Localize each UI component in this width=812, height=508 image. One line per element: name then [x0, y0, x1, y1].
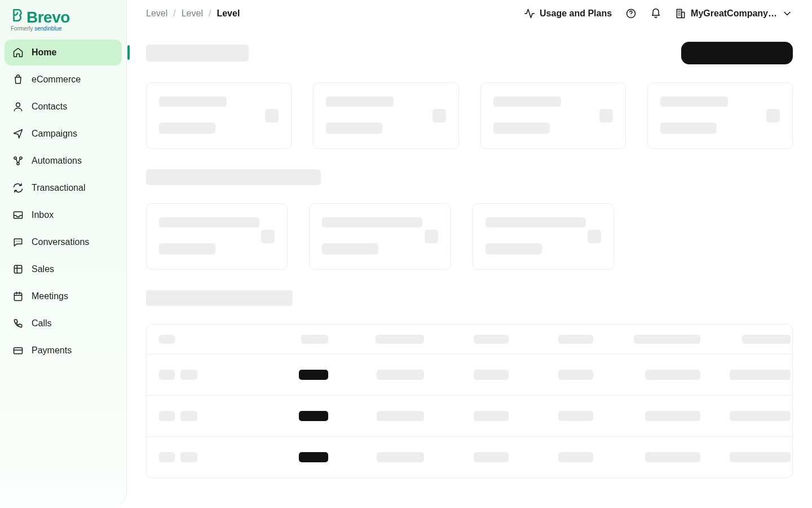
- company-picker[interactable]: MyGreatCompany…: [675, 8, 793, 19]
- main-area: Level/Level/Level Usage and Plans MyGrea…: [127, 0, 812, 508]
- skeleton-line: [322, 243, 378, 255]
- sidebar-item-home[interactable]: Home: [5, 40, 122, 65]
- brand-name: Brevo: [27, 8, 70, 27]
- skeleton-square: [425, 230, 438, 243]
- stat-card: [146, 82, 292, 149]
- skeleton-line: [159, 217, 259, 227]
- table-header-cell: [430, 335, 509, 344]
- brand-mark-icon: [10, 8, 25, 23]
- nodes-icon: [12, 155, 24, 167]
- table-cell: [334, 452, 424, 462]
- table-cell: [706, 370, 791, 380]
- sidebar-item-inbox[interactable]: Inbox: [5, 202, 122, 228]
- stat-card: [473, 203, 614, 270]
- user-icon: [12, 101, 24, 112]
- stat-card: [313, 82, 458, 149]
- sidebar-item-automations[interactable]: Automations: [5, 148, 122, 174]
- table-row: [147, 437, 792, 478]
- sidebar-item-label: Conversations: [32, 237, 89, 247]
- sidebar-item-label: Calls: [32, 318, 52, 329]
- page-content: [127, 25, 812, 508]
- table-cell: [599, 452, 700, 462]
- table-cell: [706, 452, 791, 462]
- breadcrumb: Level/Level/Level: [146, 8, 240, 19]
- table-cell: [334, 411, 424, 421]
- breadcrumb-item[interactable]: Level: [182, 8, 203, 19]
- stat-card: [309, 203, 451, 270]
- topbar: Level/Level/Level Usage and Plans MyGrea…: [127, 0, 812, 25]
- sidebar-item-label: Meetings: [32, 291, 68, 301]
- table-header-cell: [706, 335, 791, 344]
- sidebar: Brevo Formerly sendinblue HomeeCommerceC…: [0, 0, 127, 508]
- table-cell: [514, 411, 593, 421]
- usage-and-plans-link[interactable]: Usage and Plans: [524, 8, 612, 19]
- bell-icon[interactable]: [650, 8, 661, 19]
- table-header-cell: [599, 335, 700, 344]
- table-cell: [238, 411, 328, 421]
- sidebar-item-sales[interactable]: Sales: [5, 256, 122, 282]
- table-cell: [159, 370, 232, 380]
- sidebar-item-ecommerce[interactable]: eCommerce: [5, 67, 122, 93]
- sidebar-item-contacts[interactable]: Contacts: [5, 94, 122, 120]
- chevron-down-icon: [782, 8, 793, 19]
- skeleton-line: [322, 217, 422, 227]
- skeleton-heading: [146, 45, 249, 62]
- skeleton-heading: [146, 169, 321, 185]
- home-icon: [12, 47, 24, 58]
- sidebar-item-calls[interactable]: Calls: [5, 310, 122, 336]
- stat-card: [480, 82, 626, 149]
- skeleton-line: [660, 97, 728, 107]
- stat-cards-row-1: [146, 82, 793, 149]
- sidebar-item-label: Transactional: [32, 183, 85, 193]
- sidebar-item-conversations[interactable]: Conversations: [5, 229, 122, 255]
- skeleton-line: [486, 243, 542, 255]
- sidebar-item-label: Payments: [32, 345, 72, 356]
- skeleton-line: [660, 122, 717, 134]
- table-cell: [599, 411, 700, 421]
- sidebar-item-meetings[interactable]: Meetings: [5, 283, 122, 309]
- skeleton-line: [486, 217, 586, 227]
- table-cell: [238, 370, 328, 380]
- sidebar-item-transactional[interactable]: Transactional: [5, 175, 122, 201]
- skeleton-line: [159, 122, 215, 134]
- table-cell: [599, 370, 700, 380]
- skeleton-square: [588, 230, 601, 243]
- skeleton-primary-button[interactable]: [681, 42, 793, 64]
- phone-icon: [12, 318, 24, 329]
- building-icon: [675, 8, 686, 19]
- skeleton-square: [599, 109, 613, 122]
- table-cell: [514, 370, 593, 380]
- grid-icon: [12, 264, 24, 275]
- send-icon: [12, 128, 24, 139]
- stat-card: [146, 203, 288, 270]
- skeleton-line: [159, 97, 227, 107]
- company-label: MyGreatCompany…: [691, 8, 777, 19]
- table-cell: [159, 411, 232, 421]
- table-cell: [430, 411, 509, 421]
- skeleton-heading: [146, 290, 293, 306]
- table-cell: [238, 452, 328, 462]
- sidebar-item-label: eCommerce: [32, 75, 81, 85]
- refresh-icon: [12, 182, 24, 194]
- skeleton-square: [261, 230, 275, 243]
- table-cell: [159, 452, 232, 462]
- topbar-right: Usage and Plans MyGreatCompany…: [524, 8, 793, 19]
- table-cell: [430, 370, 509, 380]
- breadcrumb-separator: /: [173, 8, 175, 19]
- sidebar-item-campaigns[interactable]: Campaigns: [5, 121, 122, 147]
- table-row: [147, 354, 792, 396]
- sidebar-item-label: Home: [32, 47, 56, 58]
- table-cell: [706, 411, 791, 421]
- bag-icon: [12, 74, 24, 85]
- breadcrumb-item[interactable]: Level: [146, 8, 167, 19]
- help-icon[interactable]: [625, 8, 637, 19]
- sidebar-item-label: Inbox: [32, 210, 54, 220]
- skeleton-line: [326, 122, 382, 134]
- brand-block: Brevo Formerly sendinblue: [0, 0, 126, 34]
- skeleton-line: [493, 97, 561, 107]
- skeleton-square: [766, 109, 780, 122]
- sidebar-item-payments[interactable]: Payments: [5, 338, 122, 364]
- activity-icon: [524, 8, 535, 19]
- svg-rect-3: [682, 12, 685, 18]
- table-header-row: [147, 325, 792, 354]
